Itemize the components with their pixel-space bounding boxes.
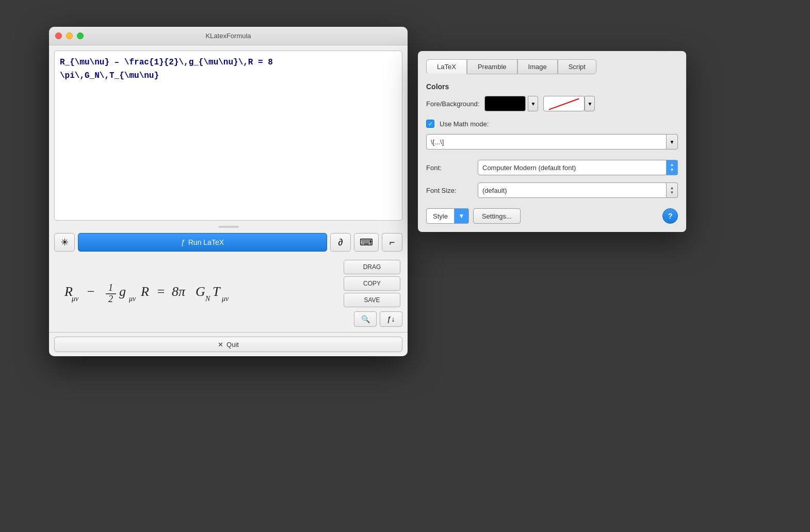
tab-preamble[interactable]: Preamble [467,59,517,74]
font-select-field[interactable]: Computer Modern (default font) [478,160,667,175]
tab-image[interactable]: Image [517,59,558,74]
drag-label: DRAG [363,263,381,271]
settings-button[interactable]: Settings... [473,208,521,224]
tabs: LaTeX Preamble Image Script [426,59,678,74]
quit-button[interactable]: ✕ Quit [54,337,402,352]
sparkle-button[interactable]: ✳ [54,233,75,252]
title-bar: KLatexFormula [49,27,408,45]
math-mode-value[interactable]: \[...\] [426,134,667,149]
bracket-icon: ⌐ [390,237,395,248]
font-size-field[interactable]: (default) [478,182,667,198]
bottom-bar: Style ▼ Settings... ? [426,208,678,224]
save-button[interactable]: SAVE [344,293,400,307]
action-buttons: DRAG COPY SAVE [344,260,400,307]
run-latex-button[interactable]: ƒ Run LaTeX [78,233,327,252]
function-icon: ƒ [181,238,185,246]
run-latex-label: Run LaTeX [188,238,224,246]
fore-background-label: Fore/Background: [426,100,479,108]
font-up-arrow: ▲ [670,163,674,167]
save-label: SAVE [364,296,380,304]
style-select: Style ▼ [426,208,469,224]
help-button[interactable]: ? [662,208,678,224]
sparkle-icon: ✳ [61,237,69,248]
colors-section-label: Colors [426,82,678,91]
font-down-arrow: ▼ [670,168,674,172]
svg-text:μν: μν [71,295,79,303]
svg-text:−: − [86,284,95,299]
drag-button[interactable]: DRAG [344,260,400,274]
font-size-value: (default) [482,187,507,194]
bracket-button[interactable]: ⌐ [382,233,402,252]
quit-icon: ✕ [218,341,223,348]
math-mode-value-text: \[...\] [431,138,444,146]
svg-text:T: T [213,284,221,299]
special-button[interactable]: ⌨ [354,233,379,252]
svg-text:N: N [205,295,210,303]
settings-label: Settings... [482,212,512,220]
formula-icon: ƒ↓ [387,315,395,323]
help-label: ? [668,212,673,220]
toolbar: ✳ ƒ Run LaTeX ∂ ⌨ ⌐ [49,230,408,255]
tab-script[interactable]: Script [558,59,596,74]
font-size-row: Font Size: (default) ▲ ▼ [426,182,678,198]
editor-line-2: \pi\,G_N\,T_{\mu\nu} [60,70,397,83]
math-mode-checkbox[interactable]: ✓ [426,120,434,128]
partial-button[interactable]: ∂ [330,233,351,252]
formula-btn[interactable]: ƒ↓ [380,311,402,327]
font-size-label: Font Size: [426,187,478,194]
right-panel: LaTeX Preamble Image Script Colors Fore/… [418,51,686,232]
main-window: KLatexFormula R_{\mu\nu} – \frac{1}{2}\,… [49,27,408,356]
editor-line-1: R_{\mu\nu} – \frac{1}{2}\,g_{\mu\nu}\,R … [60,56,397,70]
diagonal-line [549,98,579,110]
font-value: Computer Modern (default font) [482,164,576,172]
tab-latex[interactable]: LaTeX [426,59,467,74]
close-button[interactable] [55,32,62,39]
zoom-icon: 🔍 [361,315,370,323]
formula-svg: R μν − 1 2 g μν R = 8π G N [59,271,307,312]
svg-text:8π: 8π [172,284,186,299]
font-select-chevron[interactable]: ▲ ▼ [667,160,678,175]
preview-area: R μν − 1 2 g μν R = 8π G N [49,255,408,332]
svg-text:g: g [119,284,126,299]
svg-text:μν: μν [128,295,136,303]
font-size-spinner[interactable]: ▲ ▼ [667,182,678,198]
formula-preview: R μν − 1 2 g μν R = 8π G N [54,266,344,321]
font-label: Font: [426,164,478,172]
zoom-button[interactable]: 🔍 [354,311,377,327]
copy-button[interactable]: COPY [344,276,400,291]
background-color-chevron[interactable]: ▼ [585,96,595,111]
svg-text:=: = [156,284,166,299]
tab-image-label: Image [528,63,547,71]
foreground-color-picker[interactable] [484,96,526,111]
partial-icon: ∂ [338,237,343,248]
tab-preamble-label: Preamble [478,63,507,71]
quit-bar: ✕ Quit [49,332,408,356]
background-color-picker[interactable] [543,96,585,111]
special-icon: ⌨ [360,237,373,248]
svg-text:R: R [140,284,149,299]
editor-content[interactable]: R_{\mu\nu} – \frac{1}{2}\,g_{\mu\nu}\,R … [60,56,397,82]
style-field[interactable]: Style [426,208,455,224]
math-mode-row: ✓ Use Math mode: [426,120,678,128]
spinner-up[interactable]: ▲ [670,186,674,190]
icon-btn-row: 🔍 ƒ↓ [354,311,402,327]
latex-editor[interactable]: R_{\mu\nu} – \frac{1}{2}\,g_{\mu\nu}\,R … [54,51,402,221]
math-mode-select-chevron[interactable]: ▼ [667,134,678,149]
tab-script-label: Script [569,63,586,71]
svg-text:μν: μν [221,295,229,303]
math-mode-select: \[...\] ▼ [426,134,678,149]
svg-text:G: G [196,284,205,299]
quit-label: Quit [226,341,239,348]
copy-label: COPY [363,280,381,287]
scroll-indicator [218,226,239,228]
foreground-color-chevron[interactable]: ▼ [528,96,538,111]
math-mode-label: Use Math mode: [440,120,489,128]
spinner-down[interactable]: ▼ [670,191,674,195]
font-row: Font: Computer Modern (default font) ▲ ▼ [426,160,678,175]
style-label: Style [433,212,448,220]
style-chevron[interactable]: ▼ [455,208,469,224]
minimize-button[interactable] [66,32,73,39]
svg-text:1: 1 [108,282,113,293]
maximize-button[interactable] [77,32,84,39]
color-row: Fore/Background: ▼ ▼ [426,96,678,111]
